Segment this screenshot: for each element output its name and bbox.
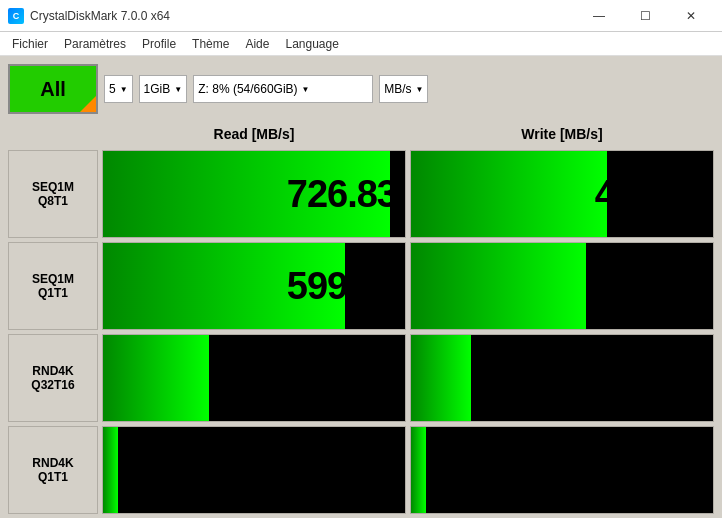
menu-parametres[interactable]: Paramètres bbox=[56, 32, 134, 55]
write-cell-3: 20.66 bbox=[410, 426, 714, 514]
read-cell-2: 257.22 bbox=[102, 334, 406, 422]
controls-row: All 5 ▼ 1GiB ▼ Z: 8% (54/660GiB) ▼ MB/s … bbox=[8, 64, 714, 114]
size-select[interactable]: 1GiB ▼ bbox=[139, 75, 188, 103]
drive-dropdown-icon: ▼ bbox=[302, 85, 310, 94]
read-cell-0: 726.83 bbox=[102, 150, 406, 238]
row-label-1: SEQ1MQ1T1 bbox=[8, 242, 98, 330]
grid-header-empty bbox=[8, 122, 98, 146]
size-dropdown-icon: ▼ bbox=[174, 85, 182, 94]
drive-select[interactable]: Z: 8% (54/660GiB) ▼ bbox=[193, 75, 373, 103]
all-button[interactable]: All bbox=[8, 64, 98, 114]
read-header: Read [MB/s] bbox=[102, 122, 406, 146]
write-cell-2: 136.48 bbox=[410, 334, 714, 422]
write-cell-1: 414.82 bbox=[410, 242, 714, 330]
unit-dropdown-icon: ▼ bbox=[416, 85, 424, 94]
menu-aide[interactable]: Aide bbox=[237, 32, 277, 55]
benchmark-grid: Read [MB/s] Write [MB/s] SEQ1MQ8T1726.83… bbox=[8, 122, 714, 514]
menu-fichier[interactable]: Fichier bbox=[4, 32, 56, 55]
row-label-2: RND4KQ32T16 bbox=[8, 334, 98, 422]
title-bar: C CrystalDiskMark 7.0.0 x64 — ☐ ✕ bbox=[0, 0, 722, 32]
minimize-button[interactable]: — bbox=[576, 0, 622, 32]
count-select[interactable]: 5 ▼ bbox=[104, 75, 133, 103]
close-button[interactable]: ✕ bbox=[668, 0, 714, 32]
window-controls: — ☐ ✕ bbox=[576, 0, 714, 32]
count-dropdown-icon: ▼ bbox=[120, 85, 128, 94]
read-cell-1: 599.55 bbox=[102, 242, 406, 330]
app-title: CrystalDiskMark 7.0.0 x64 bbox=[30, 9, 576, 23]
menu-bar: Fichier Paramètres Profile Thème Aide La… bbox=[0, 32, 722, 56]
write-cell-0: 452.42 bbox=[410, 150, 714, 238]
main-content: All 5 ▼ 1GiB ▼ Z: 8% (54/660GiB) ▼ MB/s … bbox=[0, 56, 722, 518]
read-cell-3: 20.77 bbox=[102, 426, 406, 514]
write-header: Write [MB/s] bbox=[410, 122, 714, 146]
row-label-0: SEQ1MQ8T1 bbox=[8, 150, 98, 238]
unit-select[interactable]: MB/s ▼ bbox=[379, 75, 428, 103]
app-icon: C bbox=[8, 8, 24, 24]
row-label-3: RND4KQ1T1 bbox=[8, 426, 98, 514]
menu-theme[interactable]: Thème bbox=[184, 32, 237, 55]
maximize-button[interactable]: ☐ bbox=[622, 0, 668, 32]
menu-language[interactable]: Language bbox=[277, 32, 346, 55]
menu-profile[interactable]: Profile bbox=[134, 32, 184, 55]
